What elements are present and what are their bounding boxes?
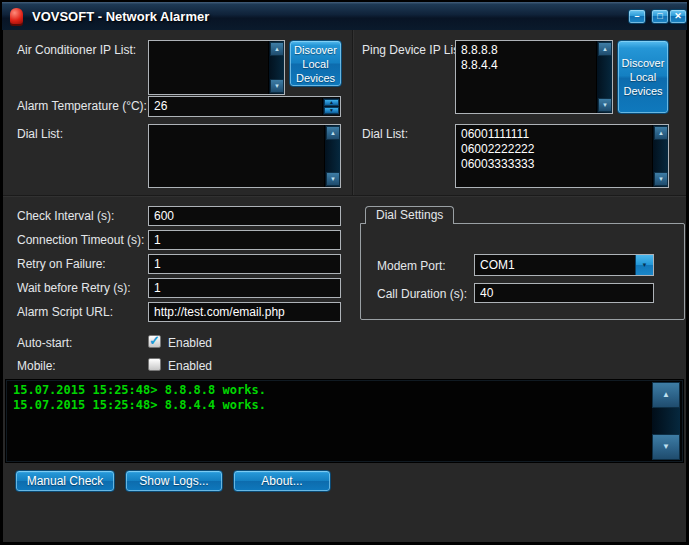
scroll-down-icon[interactable]: ▼ [598, 98, 612, 112]
tab-dial-settings[interactable]: Dial Settings [365, 206, 454, 224]
window-title: VOVSOFT - Network Alarmer [32, 9, 209, 24]
retry-on-failure-field[interactable] [148, 254, 341, 274]
air-conditioner-ip-input[interactable] [149, 41, 267, 94]
vertical-divider [352, 30, 354, 196]
call-duration-field[interactable] [474, 283, 654, 303]
modem-port-select[interactable]: COM1 ▼ [474, 254, 654, 276]
call-duration-label: Call Duration (s): [377, 287, 467, 301]
horizontal-divider [3, 195, 686, 197]
air-list-label: Air Conditioner IP List: [17, 43, 136, 57]
connection-timeout-field[interactable] [148, 230, 341, 250]
dial-list-right: 06001111111 06002222222 06003333333 ▲ ▼ [455, 124, 669, 188]
dropdown-arrow-icon[interactable]: ▼ [635, 255, 653, 275]
ping-list-label: Ping Device IP List: [362, 43, 466, 57]
autostart-checkbox[interactable]: ✓ [148, 335, 161, 348]
connection-timeout-label: Connection Timeout (s): [17, 233, 144, 247]
minimize-button[interactable]: – [628, 9, 646, 24]
show-logs-button[interactable]: Show Logs... [125, 470, 223, 492]
log-scrollbar[interactable]: ▲ ▼ [652, 382, 680, 460]
ping-device-ip-list: 8.8.8.8 8.8.4.4 ▲ ▼ [455, 40, 613, 114]
discover-local-devices-air-button[interactable]: Discover Local Devices [289, 40, 342, 87]
dial-list-left-input[interactable] [149, 125, 323, 187]
check-interval-label: Check Interval (s): [17, 209, 114, 223]
maximize-button[interactable]: □ [651, 9, 669, 24]
log-line: 15.07.2015 15:25:48> 8.8.4.4 works. [6, 398, 683, 413]
air-conditioner-ip-list: ▲ ▼ [148, 40, 285, 95]
mobile-checkbox[interactable]: ✓ [148, 358, 161, 371]
minimize-icon: – [629, 10, 645, 23]
mobile-label: Mobile: [17, 359, 56, 373]
dial-settings-panel: Modem Port: COM1 ▼ Call Duration (s): [360, 223, 685, 320]
scroll-down-icon[interactable]: ▼ [652, 434, 680, 460]
check-interval-field[interactable] [148, 206, 341, 226]
dial-list-right-input[interactable]: 06001111111 06002222222 06003333333 [456, 125, 651, 187]
manual-check-button[interactable]: Manual Check [15, 470, 115, 492]
close-button[interactable]: ✕ [669, 9, 687, 24]
air-list-scrollbar[interactable]: ▲ ▼ [268, 41, 284, 94]
alarm-script-url-field[interactable] [148, 302, 341, 322]
about-button[interactable]: About... [233, 470, 331, 492]
log-line: 15.07.2015 15:25:48> 8.8.8.8 works. [6, 383, 683, 398]
spin-down-icon[interactable]: ▼ [324, 107, 339, 114]
alarm-temperature-label: Alarm Temperature (°C): [17, 99, 147, 113]
alarm-temperature-value: 26 [154, 99, 167, 113]
retry-on-failure-label: Retry on Failure: [17, 257, 106, 271]
titlebar[interactable]: VOVSOFT - Network Alarmer – □ ✕ [2, 2, 687, 30]
modem-port-value: COM1 [480, 258, 515, 272]
scroll-down-icon[interactable]: ▼ [654, 172, 668, 186]
app-window: VOVSOFT - Network Alarmer – □ ✕ Air Cond… [0, 0, 689, 545]
close-icon: ✕ [670, 10, 686, 23]
scroll-up-icon[interactable]: ▲ [326, 126, 340, 140]
modem-port-label: Modem Port: [377, 259, 446, 273]
scroll-up-icon[interactable]: ▲ [654, 126, 668, 140]
alarm-siren-icon [10, 8, 23, 24]
scroll-down-icon[interactable]: ▼ [270, 79, 284, 93]
log-console[interactable]: 15.07.2015 15:25:48> 8.8.8.8 works. 15.0… [5, 379, 684, 463]
spin-up-icon[interactable]: ▲ [324, 99, 339, 106]
scroll-down-icon[interactable]: ▼ [326, 172, 340, 186]
wait-before-retry-label: Wait before Retry (s): [17, 281, 131, 295]
scroll-up-icon[interactable]: ▲ [270, 42, 284, 56]
checkmark-icon: ✓ [149, 333, 160, 348]
discover-local-devices-ping-button[interactable]: Discover Local Devices [617, 40, 669, 114]
autostart-label: Auto-start: [17, 336, 72, 350]
scroll-up-icon[interactable]: ▲ [652, 382, 680, 408]
scroll-up-icon[interactable]: ▲ [598, 42, 612, 56]
autostart-enabled-label: Enabled [168, 336, 212, 350]
alarm-script-url-label: Alarm Script URL: [17, 305, 113, 319]
ping-device-ip-input[interactable]: 8.8.8.8 8.8.4.4 [456, 41, 595, 113]
client-area: Air Conditioner IP List: ▲ ▼ Discover Lo… [3, 30, 686, 542]
alarm-temperature-stepper: ▲ ▼ [322, 98, 339, 115]
dial-list-right-label: Dial List: [362, 127, 408, 141]
alarm-temperature-field[interactable]: 26 ▲ ▼ [148, 96, 341, 117]
dial-list-left: ▲ ▼ [148, 124, 341, 188]
dial-list-right-scrollbar[interactable]: ▲ ▼ [652, 125, 668, 187]
wait-before-retry-field[interactable] [148, 278, 341, 298]
mobile-enabled-label: Enabled [168, 359, 212, 373]
dial-list-left-label: Dial List: [17, 127, 63, 141]
dial-list-left-scrollbar[interactable]: ▲ ▼ [324, 125, 340, 187]
ping-list-scrollbar[interactable]: ▲ ▼ [596, 41, 612, 113]
maximize-icon: □ [652, 10, 668, 23]
